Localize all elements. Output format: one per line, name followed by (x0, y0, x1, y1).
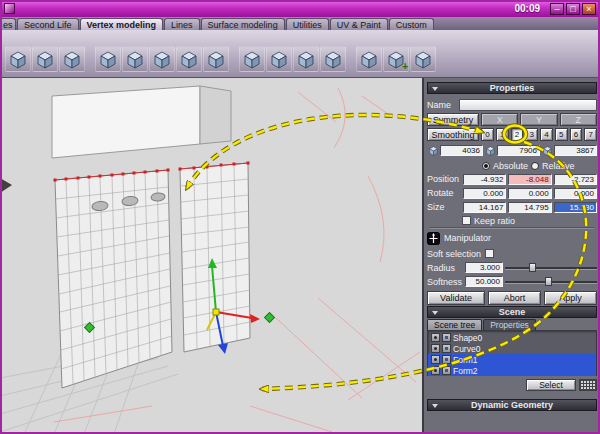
properties-panel-header[interactable]: Properties (427, 82, 597, 94)
modeling-tool-icon-2[interactable] (32, 46, 58, 72)
collapse-icon[interactable] (432, 311, 438, 315)
tree-item-label[interactable]: Form1 (453, 355, 478, 365)
app-window: 00:09 – □ × es Second Life Vertex modeli… (0, 0, 600, 434)
tab-second-life[interactable]: Second Life (17, 18, 79, 30)
smoothing-level-2[interactable]: 2 (511, 128, 524, 141)
validate-button[interactable]: Validate (427, 291, 485, 305)
face-count-icon (541, 144, 553, 156)
smoothing-level-7[interactable]: 7 (584, 128, 597, 141)
node-type-icon (442, 366, 451, 375)
tab-vertex-modeling[interactable]: Vertex modeling (80, 18, 164, 30)
smoothing-level-3[interactable]: 3 (525, 128, 538, 141)
position-z-field[interactable]: -2.723 (554, 174, 597, 185)
smoothing-level-6[interactable]: 6 (570, 128, 583, 141)
modeling-tool-icon-4[interactable] (95, 46, 121, 72)
rotate-y-field[interactable]: 0.000 (508, 188, 551, 199)
softness-slider[interactable] (505, 276, 597, 287)
position-x-field[interactable]: -4.932 (463, 174, 506, 185)
app-icon (4, 3, 15, 14)
tab-utilities[interactable]: Utilities (286, 18, 329, 30)
scene-tree-item-shape0[interactable]: Shape0 (428, 332, 596, 343)
scene-tree-item-form2[interactable]: Form2 (428, 365, 596, 376)
visibility-eye-icon[interactable] (431, 344, 440, 353)
modeling-tool-icon-10[interactable] (266, 46, 292, 72)
select-button[interactable]: Select (526, 379, 576, 391)
tab-uv-paint[interactable]: UV & Paint (330, 18, 388, 30)
modeling-tool-icon-9[interactable] (239, 46, 265, 72)
size-z-field[interactable]: 15.130 (554, 202, 597, 213)
tab-surface-modeling[interactable]: Surface modeling (201, 18, 285, 30)
maximize-button[interactable]: □ (566, 3, 580, 15)
collapse-icon[interactable] (432, 87, 438, 91)
tab-custom[interactable]: Custom (389, 18, 434, 30)
viewport[interactable] (0, 78, 422, 434)
relative-radio[interactable] (531, 162, 539, 170)
close-button[interactable]: × (582, 3, 596, 15)
abort-button[interactable]: Abort (488, 291, 541, 305)
relative-radio-label[interactable]: Relative (542, 161, 575, 171)
scene-tree: Shape0 Curve0 Form1 Form2 (427, 330, 597, 376)
symmetry-y-button[interactable]: Y (520, 113, 557, 126)
scene-panel-header[interactable]: Scene (427, 306, 597, 318)
modeling-tool-icon-13[interactable] (356, 46, 382, 72)
node-type-icon (442, 344, 451, 353)
absolute-radio[interactable] (482, 162, 490, 170)
manipulator-icon[interactable] (427, 232, 440, 245)
name-input[interactable] (459, 99, 597, 111)
lower-wall-left[interactable] (55, 170, 172, 388)
tree-item-label[interactable]: Form2 (453, 366, 478, 376)
size-y-field[interactable]: 14.795 (508, 202, 551, 213)
dynamic-geometry-panel-header[interactable]: Dynamic Geometry (427, 399, 597, 411)
modeling-tool-icon-5[interactable] (122, 46, 148, 72)
dynamic-geometry-title: Dynamic Geometry (471, 400, 553, 410)
scene-tree-item-curve0[interactable]: Curve0 (428, 343, 596, 354)
lower-wall-right[interactable] (180, 163, 250, 352)
collapse-icon[interactable] (432, 404, 438, 408)
position-y-field[interactable]: -8.048 (508, 174, 551, 185)
modeling-tool-icon-8[interactable] (203, 46, 229, 72)
tab-lines[interactable]: Lines (164, 18, 200, 30)
absolute-radio-label[interactable]: Absolute (493, 161, 528, 171)
modeling-tool-icon-11[interactable] (293, 46, 319, 72)
rotate-x-field[interactable]: 0.000 (463, 188, 506, 199)
modeling-tool-icon-3[interactable] (59, 46, 85, 72)
symmetry-x-button[interactable]: X (481, 113, 518, 126)
recording-timer: 00:09 (514, 3, 540, 14)
modeling-tool-icon-1[interactable] (5, 46, 31, 72)
smoothing-level-1[interactable]: 1 (496, 128, 509, 141)
tree-item-label[interactable]: Shape0 (453, 333, 482, 343)
add-geometry-tool-icon[interactable] (383, 46, 409, 72)
viewport-3d-scene (0, 78, 422, 434)
radius-slider[interactable] (505, 262, 597, 273)
size-x-field[interactable]: 14.167 (463, 202, 506, 213)
softness-field[interactable]: 50.000 (465, 276, 503, 287)
modeling-tool-icon-7[interactable] (176, 46, 202, 72)
tab-bar: es Second Life Vertex modeling Lines Sur… (0, 17, 600, 30)
softness-slider-thumb[interactable] (545, 277, 552, 286)
smoothing-button[interactable]: Smoothing (427, 128, 479, 141)
radius-field[interactable]: 3.000 (465, 262, 503, 273)
titlebar[interactable]: 00:09 – □ × (0, 0, 600, 17)
keep-ratio-checkbox[interactable] (462, 216, 471, 225)
rotate-z-field[interactable]: 0.000 (554, 188, 597, 199)
visibility-eye-icon[interactable] (431, 333, 440, 342)
soft-selection-checkbox[interactable] (485, 249, 494, 258)
scene-tree-item-form1[interactable]: Form1 (428, 354, 596, 365)
radius-slider-thumb[interactable] (529, 263, 536, 272)
properties-panel-title: Properties (490, 83, 535, 93)
tab-clipped[interactable]: es (0, 18, 16, 30)
visibility-eye-icon[interactable] (431, 355, 440, 364)
modeling-tool-icon-15[interactable] (410, 46, 436, 72)
modeling-tool-icon-6[interactable] (149, 46, 175, 72)
symmetry-z-button[interactable]: Z (560, 113, 597, 126)
smoothing-level-4[interactable]: 4 (540, 128, 553, 141)
modeling-tool-icon-12[interactable] (320, 46, 346, 72)
visibility-eye-icon[interactable] (431, 366, 440, 375)
apply-button[interactable]: Apply (544, 291, 597, 305)
selection-grid-icon-button[interactable] (579, 379, 597, 391)
minimize-button[interactable]: – (550, 3, 564, 15)
smoothing-level-5[interactable]: 5 (555, 128, 568, 141)
symmetry-button[interactable]: Symmetry (427, 113, 479, 126)
smoothing-level-0[interactable]: 0 (481, 128, 494, 141)
tree-item-label[interactable]: Curve0 (453, 344, 480, 354)
